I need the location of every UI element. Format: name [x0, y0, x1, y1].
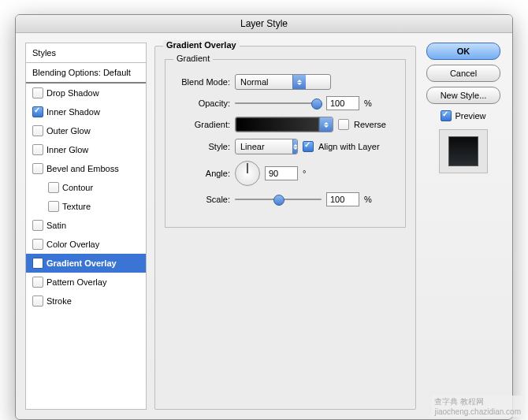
cancel-button[interactable]: Cancel — [426, 65, 500, 82]
style-label: Gradient Overlay — [46, 258, 117, 268]
angle-dial[interactable] — [235, 161, 260, 186]
style-label: Style: — [177, 142, 230, 151]
gradient-preview — [236, 117, 319, 132]
layer-style-dialog: Layer Style Styles Blending Options: Def… — [15, 14, 513, 420]
style-item-pattern-overlay[interactable]: Pattern Overlay — [26, 273, 146, 292]
style-item-satin[interactable]: Satin — [26, 216, 146, 235]
angle-unit: ° — [303, 169, 306, 178]
style-label: Inner Glow — [46, 145, 88, 154]
style-item-texture[interactable]: Texture — [26, 197, 146, 216]
gradient-label: Gradient: — [177, 120, 230, 129]
checkbox[interactable] — [32, 144, 43, 155]
preview-swatch-box — [439, 129, 488, 173]
align-label: Align with Layer — [318, 142, 380, 151]
section-title: Gradient Overlay — [163, 40, 240, 50]
reverse-checkbox[interactable] — [338, 119, 349, 130]
gradient-style-select[interactable]: Linear — [235, 139, 298, 154]
blend-mode-label: Blend Mode: — [177, 77, 230, 87]
style-label: Stroke — [46, 296, 72, 306]
opacity-slider[interactable] — [235, 97, 322, 110]
checkbox[interactable] — [32, 277, 43, 288]
styles-header[interactable]: Styles — [26, 43, 146, 63]
style-item-bevel-emboss[interactable]: Bevel and Emboss — [26, 159, 146, 178]
checkbox[interactable] — [32, 258, 43, 269]
style-item-inner-glow[interactable]: Inner Glow — [26, 140, 146, 159]
preview-label: Preview — [455, 111, 485, 121]
checkbox[interactable] — [32, 295, 43, 307]
style-item-outer-glow[interactable]: Outer Glow — [26, 121, 146, 140]
scale-slider[interactable] — [235, 193, 322, 206]
style-item-color-overlay[interactable]: Color Overlay — [26, 235, 146, 254]
opacity-input[interactable] — [326, 96, 359, 110]
style-item-stroke[interactable]: Stroke — [26, 292, 146, 310]
dropdown-arrows-icon — [319, 117, 333, 132]
scale-unit: % — [364, 195, 372, 204]
style-label: Drop Shadow — [46, 88, 99, 98]
style-label: Texture — [62, 202, 91, 211]
watermark: 查字典 教程网 jiaocheng.chazidian.com — [432, 396, 523, 417]
reverse-label: Reverse — [354, 120, 386, 129]
scale-label: Scale: — [177, 195, 230, 204]
checkbox[interactable] — [32, 125, 43, 136]
dropdown-arrows-icon — [292, 139, 298, 154]
blending-options-item[interactable]: Blending Options: Default — [26, 63, 146, 84]
style-item-inner-shadow[interactable]: Inner Shadow — [26, 102, 146, 121]
style-label: Bevel and Emboss — [46, 164, 119, 173]
style-label: Color Overlay — [46, 240, 99, 249]
settings-panel: Gradient Overlay Gradient Blend Mode: No… — [154, 43, 416, 410]
preview-checkbox[interactable] — [441, 110, 452, 121]
preview-swatch — [448, 136, 478, 166]
gradient-picker[interactable] — [235, 117, 333, 132]
styles-list-panel: Styles Blending Options: Default Drop Sh… — [25, 43, 147, 410]
checkbox[interactable] — [48, 182, 59, 193]
checkbox[interactable] — [32, 163, 43, 174]
angle-label: Angle: — [177, 169, 230, 178]
style-item-drop-shadow[interactable]: Drop Shadow — [26, 84, 146, 102]
style-label: Outer Glow — [46, 126, 91, 136]
angle-input[interactable] — [265, 166, 298, 180]
opacity-unit: % — [364, 98, 372, 108]
checkbox[interactable] — [32, 239, 43, 250]
style-label: Contour — [62, 183, 93, 192]
ok-button[interactable]: OK — [426, 43, 500, 60]
checkbox[interactable] — [48, 201, 59, 212]
style-label: Inner Shadow — [46, 107, 100, 117]
checkbox[interactable] — [32, 220, 43, 231]
style-item-gradient-overlay[interactable]: Gradient Overlay — [26, 254, 146, 273]
align-checkbox[interactable] — [303, 141, 314, 152]
blend-mode-select[interactable]: Normal — [235, 74, 331, 90]
style-label: Satin — [46, 221, 66, 230]
action-panel: OK Cancel New Style... Preview — [424, 43, 503, 410]
style-item-contour[interactable]: Contour — [26, 178, 146, 197]
scale-input[interactable] — [326, 192, 359, 206]
style-label: Pattern Overlay — [46, 277, 106, 287]
title-bar: Layer Style — [16, 15, 512, 33]
checkbox[interactable] — [32, 87, 43, 98]
new-style-button[interactable]: New Style... — [426, 87, 500, 104]
opacity-label: Opacity: — [177, 98, 230, 108]
checkbox[interactable] — [32, 106, 43, 117]
dropdown-arrows-icon — [292, 75, 306, 89]
group-title: Gradient — [173, 54, 213, 63]
